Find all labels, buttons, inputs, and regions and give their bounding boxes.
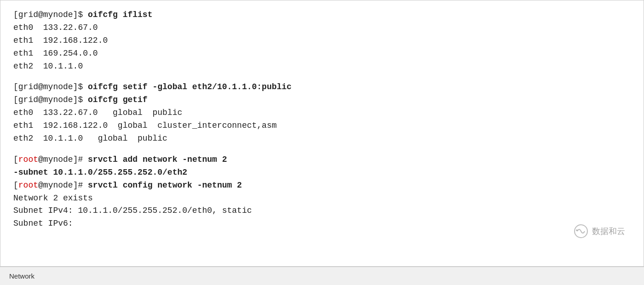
terminal-line: eth0 133.22.67.0 global public (13, 107, 631, 120)
terminal-line: [grid@mynode]$ oifcfg getif (13, 94, 631, 107)
command-text: srvctl add network -netnum 2 (88, 155, 227, 164)
watermark-icon (574, 224, 588, 239)
output-text: Subnet IPv6: (13, 219, 73, 228)
prompt-grid: [grid@mynode]$ (13, 95, 88, 104)
command-text: srvctl config network -netnum 2 (88, 181, 242, 190)
svg-point-1 (576, 229, 578, 231)
user-root: root (18, 155, 38, 164)
output-text: eth0 133.22.67.0 global public (13, 108, 182, 117)
output-text: eth2 10.1.1.0 global public (13, 134, 167, 143)
terminal-line: eth1 192.168.122.0 (13, 34, 631, 47)
command-text: -subnet 10.1.1.0/255.255.252.0/eth2 (13, 168, 187, 177)
terminal-line: -subnet 10.1.1.0/255.255.252.0/eth2 (13, 166, 631, 179)
terminal-line: eth2 10.1.1.0 global public (13, 132, 631, 145)
command-text: oifcfg getif (88, 95, 148, 104)
footer-network-label: Network (9, 272, 34, 280)
output-text: eth1 169.254.0.0 (13, 49, 98, 58)
spacer (13, 145, 631, 154)
watermark-label: 数据和云 (592, 226, 625, 237)
terminal-line: eth1 192.168.122.0 global cluster_interc… (13, 120, 631, 132)
terminal-line: [grid@mynode]$ oifcfg setif -global eth2… (13, 81, 631, 94)
prompt-grid: [grid@mynode]$ (13, 82, 88, 91)
output-text: eth2 10.1.1.0 (13, 62, 83, 71)
terminal-line: [grid@mynode]$ oifcfg iflist (13, 9, 631, 22)
user-root: root (18, 181, 38, 190)
prompt-root: [root@mynode]# (13, 181, 88, 190)
command-text: oifcfg setif -global eth2/10.1.1.0:publi… (88, 82, 292, 91)
terminal-line: eth0 133.22.67.0 (13, 22, 631, 34)
terminal-line: [root@mynode]# srvctl add network -netnu… (13, 154, 631, 166)
terminal-line: eth1 169.254.0.0 (13, 47, 631, 60)
spacer (13, 73, 631, 81)
command-text: oifcfg iflist (88, 10, 152, 19)
terminal-line: [root@mynode]# srvctl config network -ne… (13, 179, 631, 192)
terminal-line: Subnet IPv6: (13, 217, 631, 230)
terminal-line: eth2 10.1.1.0 (13, 60, 631, 73)
output-text: eth0 133.22.67.0 (13, 23, 98, 32)
output-text: eth1 192.168.122.0 global cluster_interc… (13, 121, 277, 130)
watermark: 数据和云 (574, 224, 625, 239)
output-text: eth1 192.168.122.0 (13, 36, 108, 45)
terminal-line: Subnet IPv4: 10.1.1.0/255.255.252.0/eth0… (13, 205, 631, 217)
prompt-root: [root@mynode]# (13, 155, 88, 164)
output-text: Subnet IPv4: 10.1.1.0/255.255.252.0/eth0… (13, 206, 252, 215)
output-text: Network 2 exists (13, 194, 93, 203)
footer-bar: Network (0, 267, 644, 285)
prompt-grid: [grid@mynode]$ (13, 10, 88, 19)
terminal-line: Network 2 exists (13, 192, 631, 205)
terminal-container: [grid@mynode]$ oifcfg iflist eth0 133.22… (0, 0, 644, 267)
